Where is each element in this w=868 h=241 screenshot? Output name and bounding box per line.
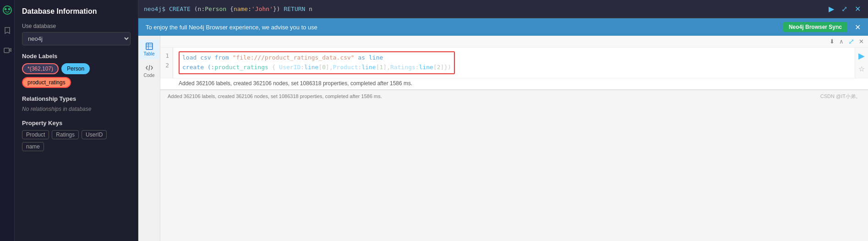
side-toolbar: Table Code [138, 36, 160, 241]
node-labels-title: Node Labels [22, 53, 131, 60]
code-label: Code [144, 73, 155, 78]
sidebar-icons-panel [0, 0, 15, 241]
svg-point-1 [4, 8, 6, 11]
video-icon[interactable] [1, 44, 14, 57]
watermark-text: CSDN @IT小弟。 [820, 93, 861, 100]
node-labels-container: *(362,107) Person product_ratings [22, 63, 131, 88]
collapse-editor-button[interactable]: ∧ [838, 38, 845, 45]
no-relationships-text: No relationships in database [22, 106, 131, 112]
bookmark-icon[interactable] [1, 24, 14, 37]
product-ratings-label-badge[interactable]: product_ratings [22, 77, 71, 88]
editor-result-area: Table Code ⬇ ∧ ⤢ ✕ [138, 36, 868, 241]
command-text: CREATE (n:Person {name:'John'}) RETURN n [169, 5, 823, 12]
close-editor-button[interactable]: ✕ [857, 38, 865, 45]
run-query-button[interactable]: ▶ [857, 50, 866, 61]
table-view-button[interactable]: Table [139, 39, 159, 59]
svg-rect-4 [146, 43, 153, 49]
prop-badge-name[interactable]: name [22, 142, 44, 151]
editor-top-controls: ⬇ ∧ ⤢ ✕ [160, 36, 868, 48]
left-panel: Database Information Use database neo4j … [15, 0, 138, 241]
code-view-button[interactable]: Code [139, 61, 159, 81]
svg-point-0 [3, 6, 11, 14]
expand-command-button[interactable]: ⤢ [840, 4, 849, 14]
logo-icon [1, 4, 14, 16]
command-actions: ▶ ⤢ ✕ [827, 4, 863, 14]
prop-badge-ratings[interactable]: Ratings [52, 130, 79, 139]
prop-badge-userid[interactable]: UserID [82, 130, 107, 139]
property-keys-container: Product Ratings UserID name [22, 130, 131, 151]
info-banner-text: To enjoy the full Neo4j Browser experien… [146, 24, 780, 31]
line-numbers: 1 2 [160, 48, 173, 78]
query-result-text: Added 362106 labels, created 362106 node… [160, 78, 868, 89]
panel-title: Database Information [22, 7, 131, 16]
svg-line-8 [149, 65, 150, 71]
code-editor: 1 2 load csv from "file:///product_ratin… [160, 48, 868, 90]
prop-badge-product[interactable]: Product [22, 130, 49, 139]
close-command-button[interactable]: ✕ [853, 4, 863, 14]
table-label: Table [144, 51, 155, 56]
code-content[interactable]: load csv from "file:///product_ratings_d… [173, 48, 855, 78]
count-label-badge[interactable]: *(362,107) [22, 63, 59, 74]
info-banner: To enjoy the full Neo4j Browser experien… [138, 18, 868, 36]
result-status-bar: Added 362106 labels, created 362106 node… [160, 90, 868, 103]
minimize-editor-button[interactable]: ⬇ [828, 38, 836, 45]
code-line-1: load csv from "file:///product_ratings_d… [182, 53, 451, 63]
svg-point-2 [8, 8, 10, 11]
line-num-1: 1 [164, 51, 169, 61]
editor-content-area: ⬇ ∧ ⤢ ✕ 1 2 load csv from "file:///produ… [160, 36, 868, 241]
relationship-types-title: Relationship Types [22, 95, 131, 102]
property-keys-title: Property Keys [22, 120, 131, 126]
use-database-label: Use database [22, 23, 131, 29]
svg-rect-3 [4, 48, 9, 53]
person-label-badge[interactable]: Person [61, 63, 90, 74]
database-select[interactable]: neo4j [22, 32, 131, 45]
neo4j-sync-button[interactable]: Neo4j Browser Sync [783, 22, 847, 32]
code-highlight-box: load csv from "file:///product_ratings_d… [179, 51, 455, 74]
run-command-button[interactable]: ▶ [827, 4, 836, 14]
favorite-query-button[interactable]: ☆ [857, 64, 866, 74]
editor-side-actions: ▶ ☆ [855, 48, 868, 78]
command-prompt: neo4j$ [144, 5, 165, 12]
result-status-text: Added 362106 labels, created 362106 node… [168, 93, 382, 99]
editor-body: 1 2 load csv from "file:///product_ratin… [160, 48, 868, 78]
code-line-2: create (:product_ratings { UserID:line[0… [182, 63, 451, 72]
info-banner-close-button[interactable]: ✕ [855, 23, 861, 32]
line-num-2: 2 [164, 61, 169, 71]
expand-editor-button[interactable]: ⤢ [847, 37, 856, 46]
main-area: neo4j$ CREATE (n:Person {name:'John'}) R… [138, 0, 868, 241]
command-bar: neo4j$ CREATE (n:Person {name:'John'}) R… [138, 0, 868, 18]
